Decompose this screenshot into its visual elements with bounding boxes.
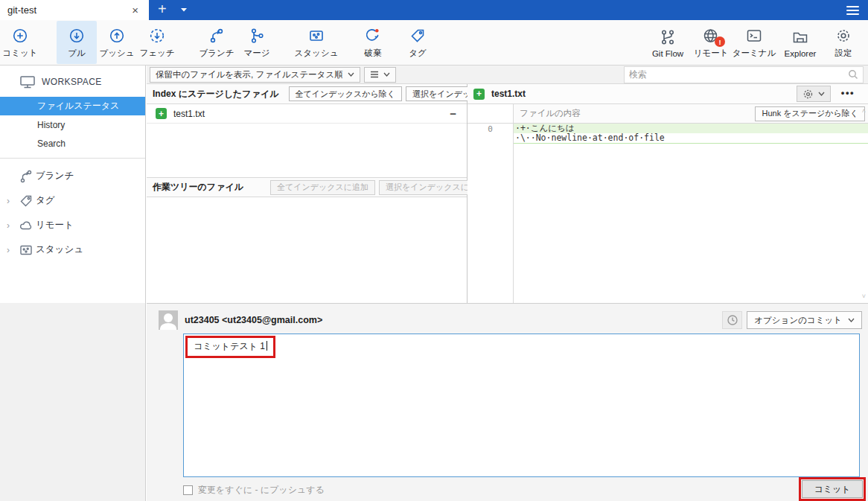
diff-settings-button[interactable] [797, 86, 831, 102]
tag-toolbar-button[interactable]: タグ [398, 21, 438, 64]
staged-pane: Index にステージしたファイル 全てインデックスから除く 選択をインデックス… [147, 84, 467, 303]
worktree-empty-area [147, 197, 467, 303]
gear-icon [802, 89, 814, 100]
remote-alert-badge: ! [715, 36, 725, 47]
new-tab-button[interactable]: + [149, 0, 176, 20]
commit-options-dropdown[interactable]: オプションのコミット [747, 311, 862, 329]
chevron-down-icon [348, 72, 354, 77]
pull-toolbar-button[interactable]: プル [57, 21, 97, 64]
search-box[interactable] [624, 66, 864, 83]
diff-body: 0 ファイルの内容 Hunk をステージから除く ·+·こんにちは ·\··No… [467, 104, 868, 303]
clock-icon [727, 314, 738, 326]
chevron-down-icon [180, 7, 188, 13]
push-icon [108, 26, 126, 45]
chevron-right-icon[interactable]: › [0, 220, 16, 231]
branch-toolbar-button[interactable]: ブランチ [197, 21, 237, 64]
unstage-file-button[interactable]: − [447, 107, 459, 120]
search-input[interactable] [629, 69, 848, 80]
sidebar-item-history[interactable]: History [0, 115, 145, 134]
sidebar-group-remotes[interactable]: › リモート [0, 213, 145, 237]
push-toolbar-button[interactable]: プッシュ [97, 21, 137, 64]
branch-icon [16, 169, 36, 184]
file-filter-dropdown[interactable]: 保留中のファイルを表示, ファイルステータス順 [150, 67, 360, 83]
commit-message-box[interactable]: コミットテスト 1 [183, 334, 860, 477]
scroll-up-icon[interactable]: ˄ [862, 107, 866, 115]
main-area: 保留中のファイルを表示, ファイルステータス順 Index にステージしたファイ… [147, 66, 868, 501]
annotation-box-message: コミットテスト 1 [185, 336, 275, 358]
terminal-icon [745, 26, 763, 45]
sidebar-group-stashes[interactable]: › スタッシュ [0, 237, 145, 262]
toolbar-right-group: Git Flow ! リモート ターミナル Explorer [645, 21, 864, 64]
close-icon[interactable]: × [129, 4, 141, 16]
sourcetree-window: git-test × + コミット プル プッシュ フェッチ [0, 0, 868, 501]
repo-tab[interactable]: git-test × [0, 0, 149, 20]
monitor-icon [19, 74, 36, 89]
settings-toolbar-button[interactable]: 設定 [823, 21, 864, 64]
view-options-dropdown[interactable] [364, 67, 396, 83]
menu-icon[interactable] [846, 6, 859, 15]
sidebar-group-branches[interactable]: ブランチ [0, 164, 145, 188]
chevron-right-icon[interactable]: › [0, 196, 16, 206]
diff-file-header: + test1.txt ••• [467, 84, 868, 104]
tab-dropdown-button[interactable] [176, 0, 192, 20]
worktree-header: 作業ツリーのファイル 全てインデックスに追加 選択をインデックスに追加 [147, 177, 467, 197]
explorer-toolbar-button[interactable]: Explorer [777, 21, 823, 64]
sidebar-group-tags[interactable]: › タグ [0, 188, 145, 213]
gitflow-toolbar-button[interactable]: Git Flow [645, 21, 691, 64]
workspace-header: WORKSPACE [0, 66, 145, 97]
merge-icon [248, 26, 266, 45]
hunk-separator [514, 143, 868, 144]
settings-icon [835, 26, 852, 45]
diff-pane: + test1.txt ••• 0 ファイルの内容 [467, 84, 868, 303]
diff-eof-line[interactable]: ·\··No·newline·at·end·of·file [514, 133, 868, 143]
chevron-down-icon [848, 318, 855, 322]
push-immediately-row[interactable]: 変更をすぐに - にプッシュする [183, 484, 325, 497]
remote-toolbar-button[interactable]: ! リモート [691, 21, 731, 64]
terminal-toolbar-button[interactable]: ターミナル [731, 21, 777, 64]
toolbar: コミット プル プッシュ フェッチ ブランチ マージ [0, 20, 868, 66]
stash-toolbar-button[interactable]: スタッシュ [296, 21, 336, 64]
sidebar-item-search[interactable]: Search [0, 134, 145, 153]
push-checkbox[interactable] [183, 485, 193, 495]
commit-icon [11, 26, 29, 45]
stash-icon [307, 26, 325, 45]
stash-icon [16, 243, 36, 258]
diff-gutter: 0 [467, 104, 514, 303]
avatar [159, 310, 178, 330]
staged-header: Index にステージしたファイル 全てインデックスから除く 選択をインデックス… [147, 84, 467, 104]
more-options-button[interactable]: ••• [831, 87, 864, 101]
commit-toolbar-button[interactable]: コミット [0, 21, 40, 64]
search-icon [848, 69, 858, 80]
merge-toolbar-button[interactable]: マージ [237, 21, 277, 64]
branch-icon [208, 26, 226, 45]
commit-button[interactable]: コミット [802, 480, 863, 498]
commit-message-text: コミットテスト 1 [194, 341, 265, 351]
hunk-header: ファイルの内容 Hunk をステージから除く [514, 104, 868, 124]
pull-icon [68, 26, 86, 45]
staged-file-row[interactable]: + test1.txt − [147, 104, 467, 124]
unstage-all-button[interactable]: 全てインデックスから除く [289, 86, 403, 101]
annotation-box-commit: コミット [799, 477, 866, 501]
scroll-down-icon[interactable]: ˅ [862, 293, 866, 300]
chevron-down-icon [818, 92, 825, 96]
chevron-down-icon [383, 72, 390, 77]
discard-icon [364, 26, 382, 45]
unstage-hunk-button[interactable]: Hunk をステージから除く [755, 106, 865, 121]
staged-empty-area [147, 124, 467, 177]
gitflow-icon [659, 28, 677, 47]
sidebar: WORKSPACE ファイルステータス History Search ブランチ … [0, 66, 146, 501]
diff-content: ファイルの内容 Hunk をステージから除く ·+·こんにちは ·\··No·n… [514, 104, 868, 303]
commit-panel: ut23405 <ut23405@gmail.com> オプションのコミット コ… [147, 303, 868, 501]
discard-toolbar-button[interactable]: 破棄 [353, 21, 393, 64]
stage-all-button[interactable]: 全てインデックスに追加 [270, 180, 375, 195]
commit-author-row: ut23405 <ut23405@gmail.com> オプションのコミット [147, 304, 868, 330]
filter-bar: 保留中のファイルを表示, ファイルステータス順 [147, 66, 868, 84]
commit-history-button[interactable] [722, 311, 742, 329]
remote-icon: ! [702, 26, 720, 45]
status-added-icon: + [156, 108, 167, 119]
list-icon [370, 71, 379, 78]
chevron-right-icon[interactable]: › [0, 245, 16, 255]
fetch-toolbar-button[interactable]: フェッチ [137, 21, 177, 64]
sidebar-item-file-status[interactable]: ファイルステータス [0, 97, 145, 115]
line-number: 0 [467, 124, 513, 133]
